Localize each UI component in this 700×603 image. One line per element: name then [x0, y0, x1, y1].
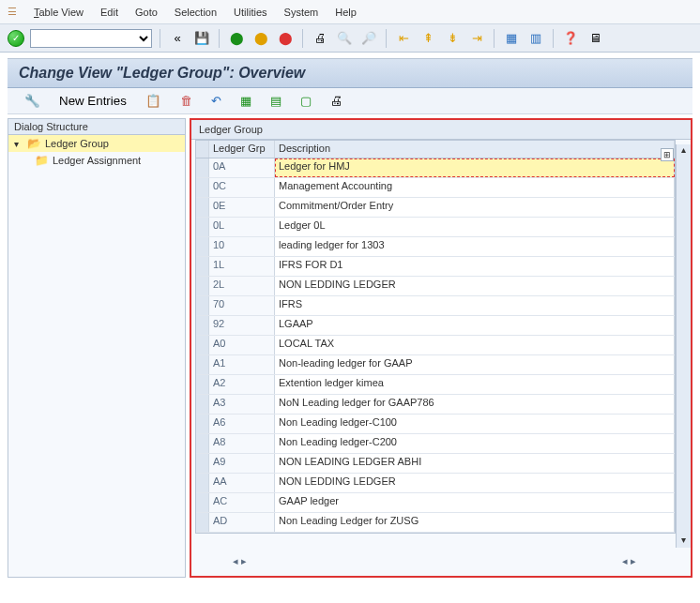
delete-icon[interactable]: 🗑 — [175, 92, 198, 110]
print-icon[interactable]: 🖨 — [311, 29, 329, 48]
cell-description[interactable]: leading ledger for 1303 — [275, 237, 675, 256]
cell-ledger-grp[interactable]: A9 — [209, 454, 275, 473]
table-row[interactable]: A9NON LEADING LEDGER ABHI — [196, 454, 675, 474]
other-entry-icon[interactable]: 🔧 — [19, 92, 46, 110]
cell-description[interactable]: NON LEDDING LEDGER — [275, 474, 675, 492]
cell-ledger-grp[interactable]: 92 — [209, 316, 275, 335]
table-row[interactable]: A1Non-leading ledger for GAAP — [196, 355, 675, 375]
cell-ledger-grp[interactable]: 0A — [209, 158, 275, 177]
tree-node-ledger-group[interactable]: ▾ 📂 Ledger Group — [8, 135, 185, 152]
cell-description[interactable]: NON LEDDING LEDGER — [275, 277, 675, 295]
table-row[interactable]: 0CManagement Accounting — [196, 178, 675, 198]
cell-description[interactable]: Commitment/Order Entry — [275, 198, 675, 217]
table-row[interactable]: A3NoN Leading ledger for GAAP786 — [196, 395, 675, 415]
cell-description[interactable]: Non Leading ledger-C200 — [275, 434, 675, 453]
row-selector[interactable] — [196, 277, 209, 295]
scroll-right-icon[interactable]: ◂ ▸ — [622, 555, 636, 570]
row-selector[interactable] — [196, 513, 209, 532]
table-row[interactable]: A6Non Leading ledger-C100 — [196, 415, 675, 434]
vertical-scrollbar[interactable]: ▴ ▾ — [676, 144, 691, 548]
next-page-icon[interactable]: ⇟ — [443, 29, 462, 48]
cancel-ball-icon[interactable]: ⬤ — [276, 29, 295, 48]
cell-description[interactable]: Management Accounting — [275, 178, 675, 197]
select-block-icon[interactable]: ▤ — [265, 92, 287, 110]
exit-ball-icon[interactable]: ⬤ — [251, 29, 270, 48]
copy-icon[interactable]: 📋 — [140, 92, 167, 110]
row-selector[interactable] — [196, 316, 209, 335]
cell-description[interactable]: LGAAP — [275, 316, 675, 335]
command-combo[interactable] — [30, 29, 152, 48]
cell-ledger-grp[interactable]: 10 — [209, 237, 275, 256]
select-all-column[interactable] — [196, 141, 209, 158]
cell-ledger-grp[interactable]: AC — [209, 493, 275, 512]
table-row[interactable]: A8Non Leading ledger-C200 — [196, 434, 675, 454]
scroll-left-icon[interactable]: ◂ ▸ — [233, 555, 247, 570]
cell-description[interactable]: Extention ledger kimea — [275, 375, 675, 394]
cell-ledger-grp[interactable]: A3 — [209, 395, 275, 414]
horizontal-scrollbar[interactable]: ◂ ▸ ◂ ▸ — [195, 555, 674, 570]
row-selector[interactable] — [196, 237, 209, 256]
row-selector[interactable] — [196, 158, 209, 177]
help-icon[interactable]: ❓ — [561, 29, 580, 48]
table-row[interactable]: ACGAAP ledger — [196, 493, 675, 513]
status-ok-icon[interactable]: ✓ — [8, 30, 24, 47]
cell-ledger-grp[interactable]: A1 — [209, 355, 275, 374]
find-next-icon[interactable]: 🔎 — [359, 29, 378, 48]
print-list-icon[interactable]: 🖨 — [325, 92, 348, 110]
scroll-up-icon[interactable]: ▴ — [677, 144, 691, 158]
undo-icon[interactable]: ↶ — [205, 92, 227, 110]
table-row[interactable]: AANON LEDDING LEDGER — [196, 474, 675, 493]
row-selector[interactable] — [196, 336, 209, 354]
menu-system[interactable]: System — [284, 7, 319, 18]
cell-description[interactable]: LOCAL TAX — [275, 336, 675, 354]
cell-ledger-grp[interactable]: A2 — [209, 375, 275, 394]
row-selector[interactable] — [196, 454, 209, 473]
row-selector[interactable] — [196, 493, 209, 512]
new-entries-button[interactable]: New Entries — [53, 92, 132, 110]
row-selector[interactable] — [196, 198, 209, 217]
table-row[interactable]: 1LIFRS FOR D1 — [196, 257, 675, 277]
menu-utilities[interactable]: Utilities — [234, 7, 266, 18]
row-selector[interactable] — [196, 296, 209, 315]
table-row[interactable]: 10leading ledger for 1303 — [196, 237, 675, 257]
prev-page-icon[interactable]: ⇞ — [418, 29, 437, 48]
tree-node-ledger-assignment[interactable]: 📁 Ledger Assignment — [8, 152, 185, 169]
table-row[interactable]: 0ECommitment/Order Entry — [196, 198, 675, 218]
cell-ledger-grp[interactable]: AA — [209, 474, 275, 492]
cell-description[interactable]: NON LEADING LEDGER ABHI — [275, 454, 675, 473]
cell-description[interactable]: IFRS — [275, 296, 675, 315]
cell-ledger-grp[interactable]: 2L — [209, 277, 275, 295]
table-row[interactable]: ADNon Leading Ledger for ZUSG — [196, 513, 675, 533]
shortcut-icon[interactable]: ▥ — [526, 29, 545, 48]
cell-description[interactable]: IFRS FOR D1 — [275, 257, 675, 276]
menu-selection[interactable]: Selection — [175, 7, 217, 18]
find-icon[interactable]: 🔍 — [335, 29, 354, 48]
row-selector[interactable] — [196, 257, 209, 276]
select-all-icon[interactable]: ▦ — [235, 92, 257, 110]
cell-description[interactable]: Non-leading ledger for GAAP — [275, 355, 675, 374]
cell-description[interactable]: GAAP ledger — [275, 493, 675, 512]
cell-ledger-grp[interactable]: A8 — [209, 434, 275, 453]
table-row[interactable]: A0LOCAL TAX — [196, 336, 675, 355]
collapse-icon[interactable]: ▾ — [14, 139, 23, 149]
table-settings-icon[interactable]: ⊞ — [661, 148, 674, 161]
deselect-icon[interactable]: ▢ — [295, 92, 317, 110]
table-row[interactable]: 0LLedger 0L — [196, 218, 675, 237]
cell-description[interactable]: NoN Leading ledger for GAAP786 — [275, 395, 675, 414]
cell-ledger-grp[interactable]: 0L — [209, 218, 275, 236]
table-row[interactable]: A2Extention ledger kimea — [196, 375, 675, 395]
first-page-icon[interactable]: ⇤ — [394, 29, 413, 48]
row-selector[interactable] — [196, 178, 209, 197]
row-selector[interactable] — [196, 474, 209, 492]
menu-table-view[interactable]: Table View — [34, 7, 84, 18]
cell-ledger-grp[interactable]: A6 — [209, 415, 275, 433]
cell-ledger-grp[interactable]: 1L — [209, 257, 275, 276]
cell-ledger-grp[interactable]: AD — [209, 513, 275, 532]
table-row[interactable]: 92LGAAP — [196, 316, 675, 336]
row-selector[interactable] — [196, 355, 209, 374]
table-row[interactable]: 70IFRS — [196, 296, 675, 316]
back-icon[interactable]: « — [168, 29, 187, 48]
cell-description[interactable]: Non Leading Ledger for ZUSG — [275, 513, 675, 532]
menu-goto[interactable]: Goto — [135, 7, 158, 18]
back-ball-icon[interactable]: ⬤ — [227, 29, 246, 48]
